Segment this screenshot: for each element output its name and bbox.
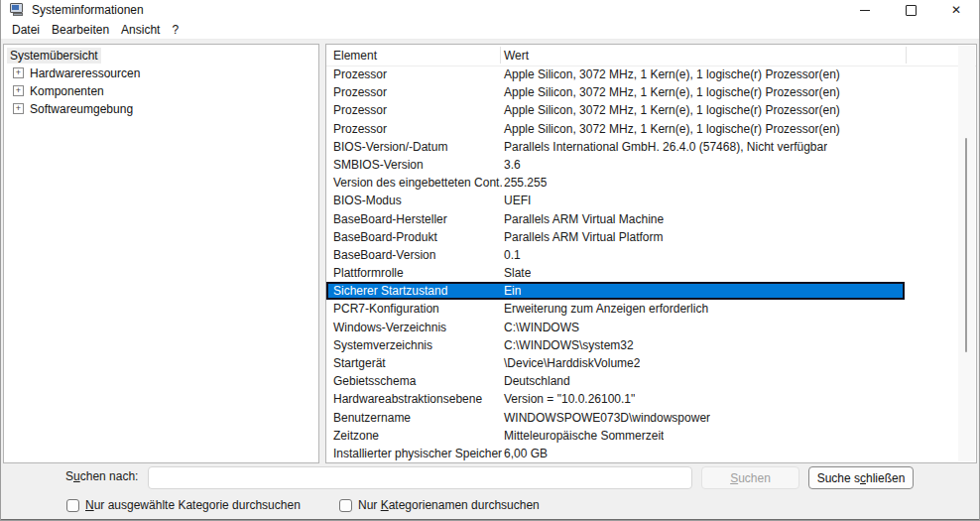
search-input[interactable] — [148, 466, 692, 489]
element-cell: BaseBoard-Produkt — [326, 228, 502, 246]
element-cell: Installierter physischer Speicher... — [326, 445, 502, 462]
wert-cell: Version = "10.0.26100.1" — [502, 390, 635, 408]
list-row[interactable]: Prozessor Apple Silicon, 3072 MHz, 1 Ker… — [326, 83, 976, 101]
element-cell: BIOS-Modus — [326, 192, 502, 209]
wert-cell: C:\WINDOWS\system32 — [502, 336, 634, 354]
column-separator[interactable] — [906, 47, 907, 64]
wert-cell: \Device\HarddiskVolume2 — [502, 354, 640, 372]
titlebar: Systeminformationen ✕ — [1, 0, 979, 20]
list-row[interactable]: Gebietsschema Deutschland — [326, 372, 976, 390]
search-button[interactable]: Suchen — [701, 466, 799, 489]
list-row[interactable]: Version des eingebetteten Cont... 255.25… — [326, 174, 976, 192]
list-row[interactable]: Zeitzone Mitteleuropäische Sommerzeit — [326, 427, 976, 445]
list-row[interactable]: BIOS-Modus UEFI — [326, 192, 976, 209]
wert-cell: Apple Silicon, 3072 MHz, 1 Kern(e), 1 lo… — [502, 101, 840, 119]
expand-plus-icon[interactable]: + — [13, 67, 24, 78]
tree-item-label: Softwareumgebung — [30, 102, 133, 116]
window-controls: ✕ — [842, 0, 979, 20]
checkbox-category-names[interactable]: Nur Kategorienamen durchsuchen — [339, 498, 540, 512]
list-row[interactable]: BaseBoard-Produkt Parallels ARM Virtual … — [326, 228, 976, 246]
element-cell: BIOS-Version/-Datum — [326, 138, 502, 156]
element-cell: Prozessor — [326, 120, 502, 138]
checkbox-label: Nur ausgewählte Kategorie durchsuchen — [85, 498, 301, 512]
element-cell: Prozessor — [326, 83, 502, 101]
element-cell: Plattformrolle — [326, 264, 502, 282]
list-row[interactable]: BaseBoard-Hersteller Parallels ARM Virtu… — [326, 210, 976, 228]
tree-item[interactable]: + Softwareumgebung — [13, 100, 318, 117]
tree-item-systemuebersicht[interactable]: Systemübersicht — [7, 48, 101, 64]
element-cell: Sicherer Startzustand — [326, 282, 502, 300]
menu-item[interactable]: Bearbeiten — [46, 21, 115, 39]
list-row[interactable]: BIOS-Version/-Datum Parallels Internatio… — [326, 138, 976, 156]
column-header-element[interactable]: Element — [326, 49, 501, 63]
element-cell: BaseBoard-Version — [326, 246, 502, 264]
list-row[interactable]: Systemverzeichnis C:\WINDOWS\system32 — [326, 336, 976, 354]
scrollbar-thumb[interactable] — [965, 138, 967, 352]
wert-cell: Parallels ARM Virtual Machine — [502, 210, 664, 228]
wert-cell: Parallels ARM Virtual Platform — [502, 228, 664, 246]
menu-item[interactable]: Ansicht — [115, 21, 166, 39]
list-row[interactable]: Installierter physischer Speicher... 6,0… — [326, 445, 976, 462]
list-row[interactable]: Plattformrolle Slate — [326, 264, 976, 282]
wert-cell: 0.1 — [502, 246, 521, 264]
expand-plus-icon[interactable]: + — [13, 103, 24, 114]
element-cell: Hardwareabstraktionsebene — [326, 390, 502, 408]
element-cell: Zeitzone — [326, 427, 502, 445]
wert-cell: Ein — [502, 282, 521, 300]
system-info-icon — [10, 3, 25, 17]
column-separator[interactable] — [500, 47, 501, 64]
tree-item-label: Hardwareressourcen — [30, 66, 140, 80]
vertical-scrollbar[interactable] — [958, 46, 975, 461]
system-summary-list: Element Wert Prozessor Apple Silicon, 30… — [325, 44, 977, 463]
wert-cell: Deutschland — [502, 372, 570, 390]
close-search-button[interactable]: Suche schließen — [808, 466, 914, 489]
element-cell: SMBIOS-Version — [326, 156, 502, 174]
menubar: Datei Bearbeiten Ansicht ? — [1, 20, 979, 40]
list-row[interactable]: Benutzername WINDOWSPOWE073D\windowspowe… — [326, 409, 976, 427]
close-icon: ✕ — [951, 4, 961, 16]
wert-cell: Mitteleuropäische Sommerzeit — [502, 427, 664, 445]
wert-cell: Apple Silicon, 3072 MHz, 1 Kern(e), 1 lo… — [502, 83, 840, 101]
wert-cell: 3.6 — [502, 156, 521, 174]
column-header-wert[interactable]: Wert — [501, 49, 529, 63]
element-cell: Prozessor — [326, 101, 502, 119]
element-cell: Version des eingebetteten Cont... — [326, 174, 502, 192]
list-row[interactable]: SMBIOS-Version 3.6 — [326, 156, 976, 174]
wert-cell: WINDOWSPOWE073D\windowspower — [502, 409, 710, 427]
maximize-button[interactable] — [888, 0, 933, 20]
minimize-icon — [860, 10, 870, 11]
expand-plus-icon[interactable]: + — [13, 85, 24, 96]
list-row[interactable]: Prozessor Apple Silicon, 3072 MHz, 1 Ker… — [326, 101, 976, 119]
element-cell: Gebietsschema — [326, 372, 502, 390]
close-button[interactable]: ✕ — [933, 0, 979, 20]
list-row[interactable]: PCR7-Konfiguration Erweiterung zum Anzei… — [326, 300, 976, 318]
list-header: Element Wert — [326, 45, 976, 66]
maximize-icon — [906, 5, 917, 16]
tree-item[interactable]: + Hardwareressourcen — [13, 65, 318, 81]
list-row[interactable]: BaseBoard-Version 0.1 — [326, 246, 976, 264]
element-cell: Windows-Verzeichnis — [326, 319, 502, 336]
tree-item[interactable]: + Komponenten — [13, 82, 318, 99]
window-title: Systeminformationen — [32, 3, 144, 17]
list-row[interactable]: Prozessor Apple Silicon, 3072 MHz, 1 Ker… — [326, 120, 976, 138]
wert-cell: Apple Silicon, 3072 MHz, 1 Kern(e), 1 lo… — [502, 65, 840, 83]
system-information-window: Systeminformationen ✕ Datei Bearbeiten A… — [0, 0, 980, 521]
checkbox-icon[interactable] — [66, 499, 79, 512]
search-bar: Suchen nach: Suchen Suche schließen Nur … — [1, 463, 979, 519]
tree-item-label: Komponenten — [30, 84, 104, 98]
element-cell: Systemverzeichnis — [326, 336, 502, 354]
list-row[interactable]: Windows-Verzeichnis C:\WINDOWS — [326, 319, 976, 336]
menu-item[interactable]: Datei — [6, 21, 46, 39]
minimize-button[interactable] — [842, 0, 888, 20]
checkbox-icon[interactable] — [339, 499, 352, 512]
element-cell: Prozessor — [326, 65, 502, 83]
checkbox-selected-category[interactable]: Nur ausgewählte Kategorie durchsuchen — [66, 498, 301, 512]
wert-cell: 6,00 GB — [502, 445, 548, 462]
wert-cell: Parallels International GmbH. 26.4.0 (57… — [502, 138, 827, 156]
menu-item[interactable]: ? — [166, 21, 184, 39]
list-row[interactable]: Startgerät \Device\HarddiskVolume2 — [326, 354, 976, 372]
list-row[interactable]: Hardwareabstraktionsebene Version = "10.… — [326, 390, 976, 408]
list-row[interactable]: Sicherer Startzustand Ein — [326, 282, 905, 300]
list-row[interactable]: Prozessor Apple Silicon, 3072 MHz, 1 Ker… — [326, 65, 976, 83]
wert-cell: Apple Silicon, 3072 MHz, 1 Kern(e), 1 lo… — [502, 120, 840, 138]
